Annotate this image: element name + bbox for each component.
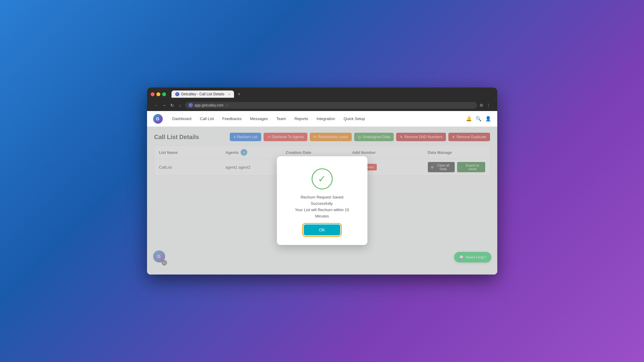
minimize-button[interactable] (156, 92, 160, 96)
nav-integration[interactable]: Integration (313, 115, 339, 123)
nav-feedbacks[interactable]: Feedbacks (219, 115, 245, 123)
success-modal: ✓ Rechurn Request Saved Successfully. Yo… (277, 156, 367, 245)
app-content: G Dashboard Call List Feedbacks Messages… (147, 111, 497, 275)
nav-items: Dashboard Call List Feedbacks Messages T… (169, 115, 466, 123)
modal-ok-button[interactable]: OK (304, 224, 340, 235)
menu-icon[interactable]: ⋮ (486, 103, 491, 108)
forward-button[interactable]: → (162, 103, 167, 108)
maximize-button[interactable] (162, 92, 166, 96)
logo-text: G (156, 116, 159, 121)
success-icon-circle: ✓ (312, 168, 333, 189)
nav-quicksetup[interactable]: Quick Setup (340, 115, 369, 123)
tab-close-icon[interactable]: ✕ (228, 93, 230, 96)
home-button[interactable]: ⌂ (177, 103, 183, 108)
modal-line1: Rechurn Request Saved Successfully. (289, 194, 355, 207)
browser-tab[interactable]: Getcalley - Call List Details ✕ (171, 91, 234, 98)
nav-reports[interactable]: Reports (291, 115, 312, 123)
browser-addressbar: ← → ↻ ⌂ app.getcalley.com ☆ ⚙ ⋮ (151, 100, 494, 111)
modal-line2: Your List will Rechurn within 15 Minutes (289, 207, 355, 220)
tab-favicon (175, 92, 179, 96)
nav-messages[interactable]: Messages (246, 115, 271, 123)
address-text: app.getcalley.com (195, 103, 224, 107)
nav-dashboard[interactable]: Dashboard (169, 115, 195, 123)
app-logo: G (153, 114, 163, 124)
browser-chrome: Getcalley - Call List Details ✕ + ← → ↻ … (147, 87, 497, 111)
tab-title: Getcalley - Call List Details (181, 92, 224, 96)
close-button[interactable] (151, 92, 155, 96)
reload-button[interactable]: ↻ (169, 103, 175, 108)
checkmark-icon: ✓ (318, 173, 326, 185)
user-icon[interactable]: 👤 (485, 116, 491, 122)
logo-icon: G (153, 114, 163, 124)
app-navbar: G Dashboard Call List Feedbacks Messages… (147, 111, 497, 127)
new-tab-button[interactable]: + (238, 91, 240, 97)
bookmark-icon[interactable]: ☆ (225, 103, 229, 107)
extensions-icon[interactable]: ⚙ (479, 103, 483, 108)
modal-overlay: ✓ Rechurn Request Saved Successfully. Yo… (147, 127, 497, 275)
notification-icon[interactable]: 🔔 (466, 116, 472, 122)
browser-menu-icons: ⚙ ⋮ (479, 103, 491, 108)
back-button[interactable]: ← (154, 103, 159, 108)
modal-message: Rechurn Request Saved Successfully. Your… (289, 194, 355, 219)
nav-team[interactable]: Team (273, 115, 290, 123)
browser-titlebar: Getcalley - Call List Details ✕ + (151, 91, 494, 98)
address-bar[interactable]: app.getcalley.com ☆ (185, 102, 477, 109)
page-content: Call List Details ≡ Rechurn List ↗ Distr… (147, 127, 497, 275)
nav-calllist[interactable]: Call List (196, 115, 217, 123)
browser-window: Getcalley - Call List Details ✕ + ← → ↻ … (147, 87, 497, 275)
nav-right: 🔔 🔍 👤 (466, 116, 491, 122)
traffic-lights (151, 92, 166, 96)
address-favicon (189, 103, 193, 107)
search-icon[interactable]: 🔍 (476, 116, 482, 122)
